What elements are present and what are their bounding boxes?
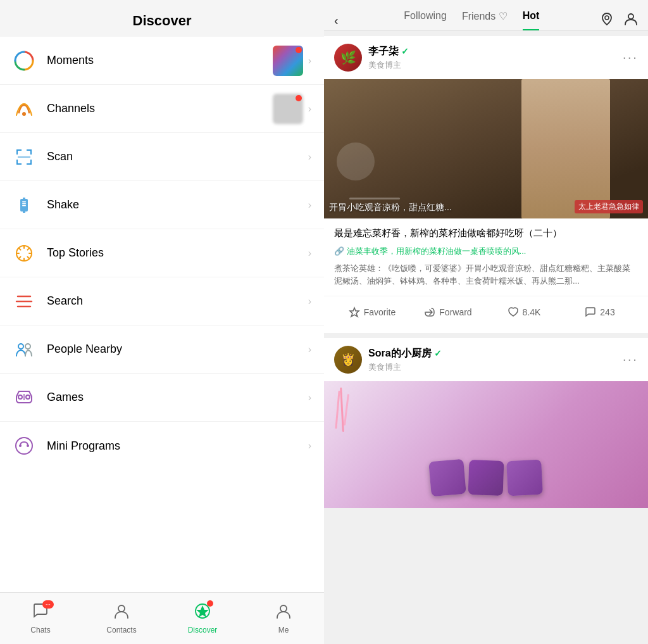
post-1-title: 最是难忘菜籽香，新榨的菜籽油做啥都好吃呀（二十） bbox=[334, 226, 638, 241]
svg-point-1 bbox=[22, 112, 26, 116]
svg-point-31 bbox=[118, 605, 125, 612]
menu-item-games[interactable]: Games › bbox=[0, 374, 324, 422]
nav-contacts[interactable]: Contacts bbox=[81, 593, 162, 644]
svg-point-30 bbox=[27, 445, 29, 447]
post-2-header: 👸 Sora的小厨房 ✓ 美食博主 ··· bbox=[324, 338, 648, 381]
discover-icon bbox=[194, 603, 211, 623]
post-2-avatar: 👸 bbox=[334, 346, 362, 374]
people-nearby-icon bbox=[13, 338, 35, 361]
moments-icon bbox=[13, 49, 35, 72]
people-nearby-label: People Nearby bbox=[47, 343, 308, 356]
mini-programs-icon bbox=[13, 434, 35, 457]
bottom-nav: ··· Chats Contacts Discover bbox=[0, 592, 324, 644]
games-icon bbox=[13, 386, 35, 409]
menu-item-top-stories[interactable]: Top Stories › bbox=[0, 229, 324, 277]
shake-icon bbox=[13, 194, 35, 217]
moments-chevron: › bbox=[308, 55, 311, 66]
chats-label: Chats bbox=[30, 626, 50, 635]
menu-item-shake[interactable]: Shake › bbox=[0, 181, 324, 229]
back-button[interactable]: ‹ bbox=[334, 13, 344, 28]
svg-rect-13 bbox=[22, 205, 26, 206]
post-1-media: 开胃小吃观音凉粉，甜点红糖... 太上老君急急如律 bbox=[324, 79, 648, 218]
svg-point-24 bbox=[25, 344, 30, 349]
like-button[interactable]: 8.4K bbox=[486, 301, 562, 323]
left-header: Discover bbox=[0, 0, 324, 37]
post-1-username: 李子柒 ✓ bbox=[368, 45, 616, 58]
svg-rect-10 bbox=[18, 156, 30, 158]
moments-label: Moments bbox=[47, 54, 273, 67]
post-2-user-info: Sora的小厨房 ✓ 美食博主 bbox=[368, 347, 616, 373]
svg-line-19 bbox=[19, 248, 21, 249]
top-stories-label: Top Stories bbox=[47, 246, 308, 260]
post-card-1: 🌿 李子柒 ✓ 美食博主 ··· 开胃小吃观音凉粉，甜点红糖... bbox=[324, 36, 648, 333]
me-label: Me bbox=[278, 626, 289, 635]
svg-point-36 bbox=[628, 14, 633, 19]
post-2-username: Sora的小厨房 ✓ bbox=[368, 347, 616, 360]
menu-list: Moments › Channels › bbox=[0, 37, 324, 592]
left-panel: Discover Moments › bbox=[0, 0, 324, 644]
svg-rect-3 bbox=[16, 149, 18, 155]
scan-label: Scan bbox=[47, 150, 308, 163]
header-tabs: Following Friends ♡ Hot bbox=[354, 10, 590, 30]
svg-rect-11 bbox=[22, 201, 26, 203]
chats-icon: ··· bbox=[32, 603, 49, 623]
people-nearby-chevron: › bbox=[308, 344, 311, 355]
header-icons bbox=[600, 12, 638, 29]
svg-line-22 bbox=[19, 256, 21, 258]
games-label: Games bbox=[47, 391, 308, 404]
post-1-more-button[interactable]: ··· bbox=[623, 49, 638, 66]
contacts-icon bbox=[113, 603, 130, 623]
post-2-more-button[interactable]: ··· bbox=[623, 351, 638, 368]
svg-rect-7 bbox=[16, 160, 18, 165]
svg-point-26 bbox=[26, 395, 30, 399]
right-header: ‹ Following Friends ♡ Hot bbox=[324, 0, 648, 31]
svg-rect-5 bbox=[30, 149, 32, 155]
menu-item-people-nearby[interactable]: People Nearby › bbox=[0, 325, 324, 374]
favorite-button[interactable]: Favorite bbox=[334, 301, 410, 323]
scan-icon bbox=[13, 146, 35, 168]
post-1-overlay-text: 开胃小吃观音凉粉，甜点红糖... bbox=[329, 202, 452, 213]
tab-following[interactable]: Following bbox=[404, 10, 447, 30]
shake-chevron: › bbox=[308, 199, 311, 211]
mini-programs-chevron: › bbox=[308, 440, 311, 451]
comment-count: 243 bbox=[600, 307, 614, 317]
post-card-2: 👸 Sora的小厨房 ✓ 美食博主 ··· bbox=[324, 338, 648, 508]
mini-programs-label: Mini Programs bbox=[47, 439, 308, 453]
svg-rect-12 bbox=[22, 203, 26, 205]
scan-chevron: › bbox=[308, 151, 311, 163]
forward-button[interactable]: Forward bbox=[410, 301, 486, 323]
contacts-label: Contacts bbox=[106, 626, 136, 635]
svg-rect-9 bbox=[30, 160, 32, 165]
nav-me[interactable]: Me bbox=[243, 593, 324, 644]
menu-item-scan[interactable]: Scan › bbox=[0, 133, 324, 181]
post-1-link[interactable]: 🔗 油菜丰收季，用新榨的菜籽油做一桌香喷喷的风... bbox=[334, 246, 638, 257]
search-chevron: › bbox=[308, 296, 311, 307]
svg-point-28 bbox=[16, 438, 32, 454]
svg-line-21 bbox=[27, 248, 29, 249]
nav-chats[interactable]: ··· Chats bbox=[0, 593, 81, 644]
post-2-subtitle: 美食博主 bbox=[368, 362, 616, 373]
search-icon bbox=[13, 290, 35, 313]
post-2-media bbox=[324, 381, 648, 508]
tab-hot[interactable]: Hot bbox=[523, 10, 540, 30]
nav-discover[interactable]: Discover bbox=[162, 593, 243, 644]
svg-point-29 bbox=[19, 445, 22, 447]
discover-label: Discover bbox=[188, 626, 218, 635]
shake-label: Shake bbox=[47, 198, 308, 212]
location-icon[interactable] bbox=[600, 12, 614, 29]
right-panel: ‹ Following Friends ♡ Hot bbox=[324, 0, 648, 644]
post-1-subtitle: 美食博主 bbox=[368, 60, 616, 71]
verified-badge-2: ✓ bbox=[434, 348, 442, 358]
menu-item-mini-programs[interactable]: Mini Programs › bbox=[0, 422, 324, 470]
menu-item-moments[interactable]: Moments › bbox=[0, 37, 324, 85]
verified-badge-1: ✓ bbox=[401, 46, 409, 56]
comment-button[interactable]: 243 bbox=[562, 301, 638, 323]
top-stories-chevron: › bbox=[308, 248, 311, 259]
games-chevron: › bbox=[308, 392, 311, 403]
svg-point-34 bbox=[280, 605, 287, 612]
menu-item-channels[interactable]: Channels › bbox=[0, 85, 324, 133]
profile-icon[interactable] bbox=[624, 12, 638, 29]
page-title: Discover bbox=[10, 13, 314, 29]
tab-friends[interactable]: Friends ♡ bbox=[462, 10, 508, 30]
menu-item-search[interactable]: Search › bbox=[0, 277, 324, 325]
